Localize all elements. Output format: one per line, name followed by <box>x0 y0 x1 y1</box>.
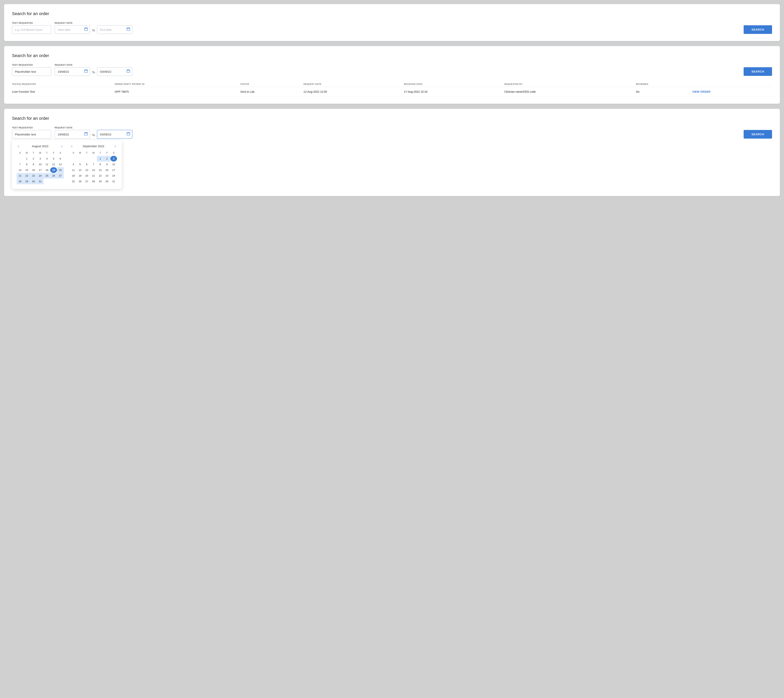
request-date-group-3: REQUEST DATE To <box>55 127 132 138</box>
end-date-input-1[interactable] <box>97 25 132 34</box>
aug-day-4[interactable]: 4 <box>43 156 50 161</box>
sep-day-22[interactable]: 22 <box>97 173 104 179</box>
sep-day-31[interactable]: 31 <box>110 179 117 184</box>
cal-august-next[interactable]: › <box>60 144 64 148</box>
sep-day-12[interactable]: 12 <box>77 167 83 173</box>
aug-day-17[interactable]: 17 <box>37 167 43 173</box>
sep-day-16[interactable]: 16 <box>104 167 110 173</box>
aug-empty-1 <box>16 156 23 161</box>
aug-day-1[interactable]: 1 <box>23 156 30 161</box>
view-order-link[interactable]: VIEW ORDER <box>692 90 710 93</box>
aug-day-27[interactable]: 27 <box>57 173 64 179</box>
aug-day-30[interactable]: 30 <box>30 179 37 184</box>
start-date-wrap-2 <box>55 67 90 76</box>
sep-day-15[interactable]: 15 <box>97 167 104 173</box>
sep-day-14[interactable]: 14 <box>90 167 97 173</box>
cal-august-prev[interactable]: ‹ <box>16 144 20 148</box>
sep-dow-f1: F <box>104 151 110 156</box>
aug-day-13[interactable]: 13 <box>57 161 64 167</box>
aug-day-24[interactable]: 24 <box>37 173 43 179</box>
sep-day-18[interactable]: 18 <box>70 173 77 179</box>
search-button-2[interactable]: SEARCH <box>744 67 772 76</box>
dow-m1: M <box>23 151 30 156</box>
col-header-received-date: RECEIVED DATE <box>404 81 504 87</box>
sep-day-28[interactable]: 28 <box>90 179 97 184</box>
aug-day-2[interactable]: 2 <box>30 156 37 161</box>
search-button-3[interactable]: SEARCH <box>744 130 772 138</box>
sep-day-23[interactable]: 23 <box>104 173 110 179</box>
aug-day-11[interactable]: 11 <box>43 161 50 167</box>
search-button-1[interactable]: SEARCH <box>744 25 772 34</box>
aug-day-18[interactable]: 18 <box>43 167 50 173</box>
cal-september-next[interactable]: › <box>113 144 117 148</box>
aug-day-23[interactable]: 23 <box>30 173 37 179</box>
aug-day-3[interactable]: 3 <box>37 156 43 161</box>
aug-day-8[interactable]: 8 <box>23 161 30 167</box>
calendar-september: ‹ September 2022 › S M T W T F S 1 2 <box>70 144 117 184</box>
sep-day-29[interactable]: 29 <box>97 179 104 184</box>
aug-day-31[interactable]: 31 <box>37 179 43 184</box>
request-date-label-2: REQUEST DATE <box>55 64 132 66</box>
test-requested-input-1[interactable] <box>12 25 51 34</box>
sep-day-1[interactable]: 1 <box>97 156 104 161</box>
test-requested-input-3[interactable] <box>12 130 51 138</box>
aug-day-25[interactable]: 25 <box>43 173 50 179</box>
aug-day-20[interactable]: 20 <box>57 167 64 173</box>
aug-day-19[interactable]: 19 <box>50 167 57 173</box>
aug-day-21[interactable]: 21 <box>16 173 23 179</box>
sep-dow-s2: S <box>110 151 117 156</box>
aug-empty-4 <box>57 179 64 184</box>
aug-day-10[interactable]: 10 <box>37 161 43 167</box>
sep-day-19[interactable]: 19 <box>77 173 83 179</box>
start-date-input-3[interactable] <box>55 130 90 138</box>
test-requested-input-2[interactable] <box>12 67 51 76</box>
cal-september-title: September 2022 <box>76 145 111 148</box>
sep-day-3[interactable]: 3 <box>110 156 117 161</box>
sep-day-17[interactable]: 17 <box>110 167 117 173</box>
aug-day-28[interactable]: 28 <box>16 179 23 184</box>
sep-day-30[interactable]: 30 <box>104 179 110 184</box>
sep-day-25[interactable]: 25 <box>70 179 77 184</box>
cal-august-header: ‹ August 2022 › <box>16 144 64 148</box>
aug-day-26[interactable]: 26 <box>50 173 57 179</box>
sep-day-13[interactable]: 13 <box>84 167 90 173</box>
start-date-input-2[interactable] <box>55 67 90 76</box>
cell-received-date: 17-Aug-2022 15:18 <box>404 87 504 97</box>
end-date-wrap-3 <box>97 130 132 138</box>
sep-day-2[interactable]: 2 <box>104 156 110 161</box>
end-date-input-3[interactable] <box>97 130 132 138</box>
date-range-1: To <box>55 25 132 34</box>
sep-day-21[interactable]: 21 <box>90 173 97 179</box>
sep-day-5[interactable]: 5 <box>77 161 83 167</box>
aug-day-12[interactable]: 12 <box>50 161 57 167</box>
panel-3-title: Search for an order <box>12 116 772 121</box>
col-header-order-party: ORDER PARTY PATIENT ID <box>115 81 240 87</box>
end-date-input-2[interactable] <box>97 67 132 76</box>
sep-day-10[interactable]: 10 <box>110 161 117 167</box>
sep-day-11[interactable]: 11 <box>70 167 77 173</box>
cell-test: Liver Function Test <box>12 87 115 97</box>
sep-day-24[interactable]: 24 <box>110 173 117 179</box>
aug-day-6[interactable]: 6 <box>57 156 64 161</box>
sep-day-7[interactable]: 7 <box>90 161 97 167</box>
aug-day-9[interactable]: 9 <box>30 161 37 167</box>
aug-day-15[interactable]: 15 <box>23 167 30 173</box>
aug-day-14[interactable]: 14 <box>16 167 23 173</box>
sep-day-26[interactable]: 26 <box>77 179 83 184</box>
sep-day-9[interactable]: 9 <box>104 161 110 167</box>
table-row: Liver Function Test OPP 78875 Sent to La… <box>12 87 772 97</box>
sep-day-6[interactable]: 6 <box>84 161 90 167</box>
aug-day-16[interactable]: 16 <box>30 167 37 173</box>
aug-day-7[interactable]: 7 <box>16 161 23 167</box>
sep-day-20[interactable]: 20 <box>84 173 90 179</box>
aug-day-5[interactable]: 5 <box>50 156 57 161</box>
sep-day-27[interactable]: 27 <box>84 179 90 184</box>
cal-september-prev[interactable]: ‹ <box>70 144 74 148</box>
aug-day-29[interactable]: 29 <box>23 179 30 184</box>
start-date-input-1[interactable] <box>55 25 90 34</box>
sep-day-8[interactable]: 8 <box>97 161 104 167</box>
aug-day-22[interactable]: 22 <box>23 173 30 179</box>
start-date-wrap-3 <box>55 130 90 138</box>
cal-august-grid: S M T W T F S 1 2 3 4 5 6 7 8 9 10 11 <box>16 151 64 184</box>
sep-day-4[interactable]: 4 <box>70 161 77 167</box>
